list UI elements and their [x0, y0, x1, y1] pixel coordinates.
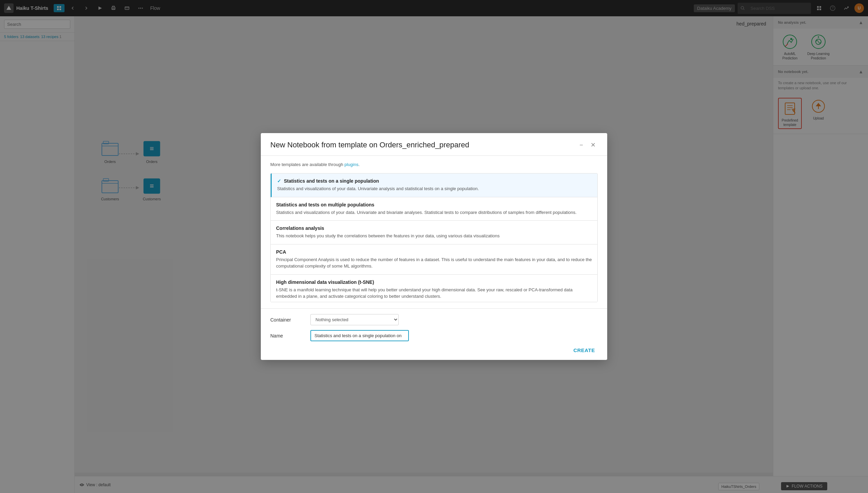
modal-dialog: New Notebook from template on Orders_enr… — [261, 133, 607, 360]
template-correlations[interactable]: Correlations analysis This notebook help… — [271, 221, 597, 244]
name-input[interactable] — [310, 330, 409, 341]
template-pca-desc: Principal Component Analysis is used to … — [276, 256, 592, 270]
container-label: Container — [270, 317, 304, 323]
modal-minimize-btn[interactable]: − — [577, 141, 585, 149]
name-label: Name — [270, 333, 304, 339]
create-row: CREATE — [270, 346, 598, 354]
name-row: Name — [270, 330, 598, 341]
template-correlations-desc: This notebook helps you study the correl… — [276, 233, 592, 239]
template-pca-title: PCA — [276, 249, 592, 255]
modal-header-buttons: − ✕ — [577, 141, 598, 149]
container-row: Container Nothing selected — [270, 314, 598, 325]
template-tsne-title: High dimensional data visualization (t-S… — [276, 279, 592, 285]
template-single-pop[interactable]: ✓ Statistics and tests on a single popul… — [271, 174, 597, 197]
modal-close-btn[interactable]: ✕ — [589, 141, 598, 149]
modal-title: New Notebook from template on Orders_enr… — [270, 141, 469, 149]
template-multi-pop-desc: Statistics and visualizations of your da… — [276, 209, 592, 216]
template-multi-pop[interactable]: Statistics and tests on multiple populat… — [271, 197, 597, 221]
modal-body: More templates are available through plu… — [261, 156, 607, 308]
check-icon: ✓ — [277, 178, 281, 184]
template-pca[interactable]: PCA Principal Component Analysis is used… — [271, 244, 597, 275]
template-single-pop-title: ✓ Statistics and tests on a single popul… — [277, 178, 592, 184]
create-button[interactable]: CREATE — [571, 346, 598, 354]
plugins-text-content: More templates are available through — [270, 162, 343, 167]
modal-footer: Container Nothing selected Name CREATE — [261, 308, 607, 360]
container-select[interactable]: Nothing selected — [310, 314, 399, 325]
template-single-pop-desc: Statistics and visualizations of your da… — [277, 185, 592, 192]
modal-overlay[interactable]: New Notebook from template on Orders_enr… — [0, 0, 868, 493]
modal-header: New Notebook from template on Orders_enr… — [261, 133, 607, 156]
plugins-text: More templates are available through plu… — [270, 162, 598, 167]
template-correlations-title: Correlations analysis — [276, 225, 592, 231]
template-multi-pop-title: Statistics and tests on multiple populat… — [276, 202, 592, 207]
plugins-link[interactable]: plugins — [344, 162, 358, 167]
template-list[interactable]: ✓ Statistics and tests on a single popul… — [270, 173, 598, 302]
template-tsne-desc: t-SNE is a manifold learning technique t… — [276, 287, 592, 300]
template-tsne[interactable]: High dimensional data visualization (t-S… — [271, 275, 597, 303]
